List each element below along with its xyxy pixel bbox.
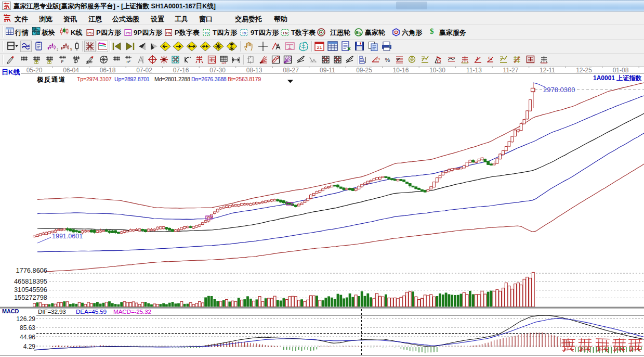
svg-text:3: 3 xyxy=(57,47,58,51)
svg-text:11-27: 11-27 xyxy=(503,67,519,74)
svg-text:05-20: 05-20 xyxy=(27,67,43,74)
svg-text:F: F xyxy=(489,56,491,60)
svg-text:1991.0601: 1991.0601 xyxy=(52,233,83,240)
svg-text:Big: Big xyxy=(356,31,362,35)
svg-text:08-13: 08-13 xyxy=(246,67,262,74)
svg-text:123: 123 xyxy=(221,61,226,65)
svg-text:Bt=2563.8179: Bt=2563.8179 xyxy=(228,76,261,82)
svg-text:4.29: 4.29 xyxy=(23,343,36,350)
svg-text:155272798: 155272798 xyxy=(14,294,47,301)
svg-text:310545596: 310545596 xyxy=(14,286,47,294)
svg-text:12-25: 12-25 xyxy=(576,67,592,74)
svg-text:PN: PN xyxy=(166,31,171,35)
svg-text:09-11: 09-11 xyxy=(320,67,335,74)
svg-text:09-25: 09-25 xyxy=(356,67,372,74)
svg-text:1A0001 上证指数: 1A0001 上证指数 xyxy=(593,74,642,82)
svg-text:07-02: 07-02 xyxy=(136,67,152,74)
svg-text:07-30: 07-30 xyxy=(209,67,226,74)
svg-text:P9: P9 xyxy=(126,31,130,35)
svg-text:日K线: 日K线 xyxy=(2,68,20,76)
svg-text:08-27: 08-27 xyxy=(283,67,299,74)
svg-text:极反通道: 极反通道 xyxy=(36,76,66,83)
svg-text:J: J xyxy=(476,56,478,61)
svg-text:10-16: 10-16 xyxy=(393,67,409,74)
svg-text:85.63: 85.63 xyxy=(20,324,35,332)
svg-text:21: 21 xyxy=(317,45,322,50)
svg-text:12-11: 12-11 xyxy=(540,67,555,74)
svg-text:06-04: 06-04 xyxy=(63,67,79,74)
svg-text:MACD=-25.32: MACD=-25.32 xyxy=(113,308,151,315)
svg-text:TN: TN xyxy=(282,31,287,35)
svg-text:44.96: 44.96 xyxy=(20,334,35,341)
svg-text:10-30: 10-30 xyxy=(429,67,445,74)
svg-text:Up=2892.8701: Up=2892.8701 xyxy=(114,76,150,82)
svg-text:7%: 7% xyxy=(376,57,380,61)
svg-text:TS: TS xyxy=(204,31,209,35)
svg-text:%: % xyxy=(385,57,390,63)
svg-text:465818395: 465818395 xyxy=(14,277,47,285)
svg-text:07-16: 07-16 xyxy=(173,67,189,74)
svg-text:126.29: 126.29 xyxy=(16,315,35,323)
svg-text:1776.8606: 1776.8606 xyxy=(16,266,48,274)
svg-text:F: F xyxy=(61,59,64,64)
svg-text:T9: T9 xyxy=(242,31,246,35)
svg-text:2978.0300: 2978.0300 xyxy=(543,86,575,94)
svg-text:PS: PS xyxy=(87,31,93,35)
svg-text:11-13: 11-13 xyxy=(466,67,482,74)
svg-text:Tp=2974.3107: Tp=2974.3107 xyxy=(77,76,112,82)
svg-text:01-08: 01-08 xyxy=(613,67,629,74)
svg-text:DIF=32.93: DIF=32.93 xyxy=(38,308,66,315)
svg-text:DEA=45.59: DEA=45.59 xyxy=(76,308,107,315)
svg-text:06-18: 06-18 xyxy=(100,67,116,74)
svg-text:Dn=2676.3688: Dn=2676.3688 xyxy=(191,76,227,82)
svg-text:n²: n² xyxy=(126,59,130,64)
svg-text:Md=2801.2288: Md=2801.2288 xyxy=(154,76,190,82)
svg-text:9: 9 xyxy=(70,47,72,51)
svg-text:MACD: MACD xyxy=(2,308,19,314)
